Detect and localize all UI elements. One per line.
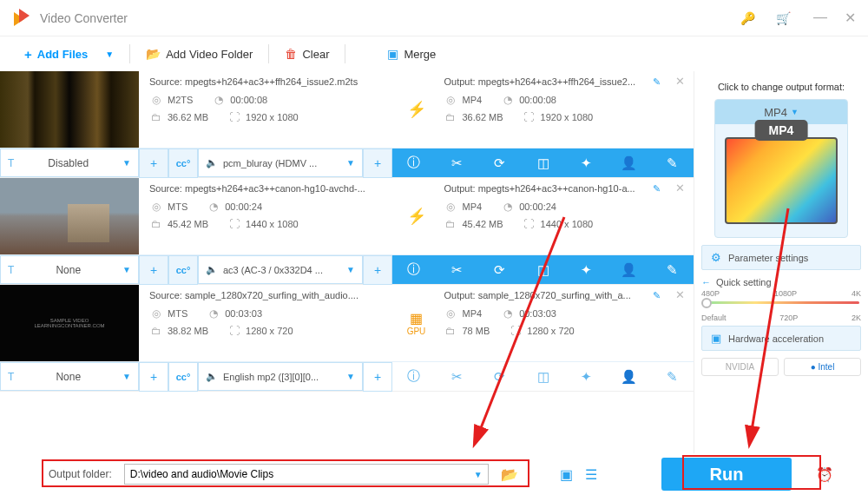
vendor-badges: NVIDIA ● Intel	[701, 358, 861, 376]
mp4-preview-icon	[725, 137, 838, 224]
cc-button[interactable]: cc°	[168, 362, 198, 392]
clock-icon: ◔	[212, 94, 225, 106]
clock-icon: ◔	[501, 94, 514, 106]
output-filename: Output: mpegts+h264+ac3++ffh264_issue2..…	[444, 76, 684, 87]
quality-slider[interactable]: 480P1080P4K Default720P2K	[701, 289, 861, 319]
out-size: 36.62 MB	[463, 112, 503, 122]
edit-icon[interactable]: ✎	[653, 76, 661, 88]
slider-thumb[interactable]	[701, 298, 712, 308]
folder-icon: 📂	[146, 47, 161, 61]
chevron-down-icon[interactable]: ▼	[105, 50, 114, 59]
toolbar: + Add Files ▼ 📂 Add Video Folder 🗑 Clear…	[0, 36, 868, 71]
watermark-button[interactable]: 👤	[608, 148, 651, 177]
speaker-icon: 🔈	[206, 157, 218, 168]
remove-item-button[interactable]: ✕	[675, 182, 685, 195]
add-audio-button[interactable]: +	[363, 362, 392, 392]
app-logo-icon	[12, 9, 31, 28]
subtitle-dropdown[interactable]: TNone▼	[0, 362, 139, 391]
sliders-icon: ⚙	[711, 251, 721, 264]
merge-label: Merge	[404, 48, 436, 61]
browse-folder-button[interactable]: 📂	[501, 466, 518, 483]
add-subtitle-button[interactable]: +	[139, 255, 168, 285]
out-resolution: 1920 x 1080	[541, 112, 594, 122]
file-list: Source: mpegts+h264+ac3++ffh264_issue2.m…	[0, 71, 694, 453]
folder-icon: 🗀	[444, 111, 457, 123]
watermark-button[interactable]: 👤	[608, 362, 651, 391]
schedule-icon[interactable]: ⏰	[816, 466, 833, 483]
cc-button[interactable]: cc°	[168, 148, 198, 178]
disc-icon: ◎	[444, 94, 457, 106]
close-button[interactable]: ✕	[845, 10, 856, 26]
edit-button[interactable]: ✎	[650, 362, 694, 391]
crop-button[interactable]: ◫	[522, 255, 565, 284]
resize-icon: ⛶	[227, 111, 240, 123]
cut-button[interactable]: ✂	[436, 362, 479, 391]
video-thumbnail[interactable]	[0, 178, 139, 254]
effects-button[interactable]: ✦	[564, 148, 608, 177]
nvidia-badge: NVIDIA	[701, 358, 779, 376]
remove-item-button[interactable]: ✕	[675, 288, 685, 301]
list-icon[interactable]: ☰	[585, 466, 597, 483]
edit-icon[interactable]: ✎	[653, 290, 661, 301]
watermark-button[interactable]: 👤	[608, 255, 651, 284]
minimize-button[interactable]: —	[813, 10, 827, 26]
info-button[interactable]: ⓘ	[392, 255, 436, 284]
info-button[interactable]: ⓘ	[392, 362, 436, 391]
convert-arrow-icon: ⚡	[399, 178, 434, 254]
add-folder-button[interactable]: 📂 Add Video Folder	[130, 47, 268, 61]
video-thumbnail[interactable]: SAMPLE VIDEOLEARNINGCONTAINER.COM	[0, 285, 139, 361]
add-audio-button[interactable]: +	[363, 255, 392, 285]
rotate-button[interactable]: ⟳	[478, 255, 522, 284]
output-format-selector[interactable]: MP4▼	[714, 99, 848, 238]
output-folder-input[interactable]: D:\video and audio\Movie Clips ▼	[124, 464, 489, 485]
out-format: MP4	[463, 95, 483, 105]
subtitle-dropdown[interactable]: TDisabled▼	[0, 148, 139, 177]
crop-button[interactable]: ◫	[522, 362, 565, 391]
add-audio-button[interactable]: +	[363, 148, 392, 178]
add-files-label: Add Files	[37, 48, 89, 61]
add-subtitle-button[interactable]: +	[139, 148, 168, 178]
parameter-settings-button[interactable]: ⚙Parameter settings	[701, 245, 861, 270]
folder-icon: 🗀	[149, 111, 162, 123]
cart-icon[interactable]: 🛒	[776, 11, 791, 25]
merge-button[interactable]: ▣ Merge	[372, 47, 451, 61]
intel-badge: ● Intel	[784, 358, 861, 376]
effects-button[interactable]: ✦	[564, 362, 608, 391]
hardware-accel-button[interactable]: ▣Hardware acceleration	[701, 326, 861, 351]
format-heading: Click to change output format:	[701, 82, 861, 92]
clear-button[interactable]: 🗑 Clear	[269, 47, 345, 61]
subtitle-dropdown[interactable]: TNone▼	[0, 255, 139, 284]
edit-button[interactable]: ✎	[650, 148, 694, 177]
key-icon[interactable]: 🔑	[740, 11, 755, 25]
crop-button[interactable]: ◫	[522, 148, 565, 177]
chevron-down-icon[interactable]: ▼	[474, 470, 483, 479]
edit-icon[interactable]: ✎	[653, 183, 661, 195]
window-title: Video Converter	[40, 11, 740, 25]
rotate-button[interactable]: ⟳	[478, 362, 522, 391]
audio-dropdown[interactable]: 🔈English mp2 ([3][0][0...▼	[198, 362, 363, 391]
edit-toolstrip: ⓘ✂⟳◫✦👤✎	[392, 255, 694, 284]
run-button[interactable]: Run	[661, 458, 792, 491]
add-subtitle-button[interactable]: +	[139, 362, 168, 392]
edit-button[interactable]: ✎	[650, 255, 694, 284]
video-thumbnail[interactable]	[0, 71, 139, 148]
file-item: Source: mpegts+h264+ac3++ffh264_issue2.m…	[0, 71, 694, 178]
cut-button[interactable]: ✂	[436, 255, 479, 284]
info-button[interactable]: ⓘ	[392, 148, 436, 177]
add-folder-label: Add Video Folder	[166, 48, 253, 61]
titlebar: Video Converter 🔑 🛒 — ✕	[0, 0, 868, 36]
subtitle-value: Disabled	[48, 157, 89, 169]
edit-toolstrip: ⓘ✂⟳◫✦👤✎	[392, 362, 694, 391]
file-item: Source: mpegts+h264+ac3++canon-hg10-avch…	[0, 178, 694, 285]
rotate-button[interactable]: ⟳	[478, 148, 522, 177]
cc-button[interactable]: cc°	[168, 255, 198, 285]
plus-icon: +	[24, 47, 32, 62]
remove-item-button[interactable]: ✕	[675, 75, 685, 88]
cut-button[interactable]: ✂	[436, 148, 479, 177]
add-files-button[interactable]: + Add Files ▼	[9, 47, 129, 62]
batch-icon[interactable]: ▣	[560, 466, 573, 483]
audio-dropdown[interactable]: 🔈pcm_bluray (HDMV ...▼	[198, 148, 363, 177]
audio-dropdown[interactable]: 🔈ac3 (AC-3 / 0x332D4 ...▼	[198, 255, 363, 284]
effects-button[interactable]: ✦	[564, 255, 608, 284]
chevron-down-icon: ▼	[346, 158, 355, 168]
